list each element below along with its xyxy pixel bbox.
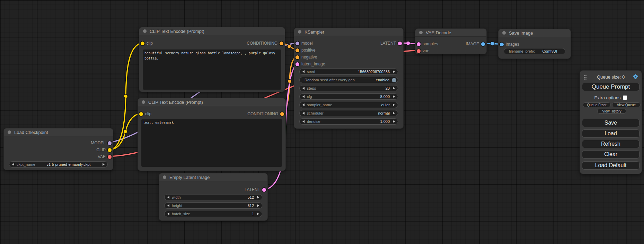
increment-arrow-icon[interactable] bbox=[393, 112, 395, 115]
gear-icon[interactable] bbox=[633, 74, 638, 81]
node-title-bar[interactable]: Load Checkpoint bbox=[4, 128, 113, 136]
queue-front-button[interactable]: Queue Front bbox=[583, 102, 611, 107]
slot-dot-vae[interactable] bbox=[417, 49, 421, 53]
prompt-textarea[interactable]: beautiful scenery nature glass bottle la… bbox=[143, 49, 281, 90]
collapse-dot-icon[interactable] bbox=[8, 130, 11, 134]
increment-arrow-icon[interactable] bbox=[393, 70, 395, 73]
widget-scheduler[interactable]: scheduler normal bbox=[299, 110, 398, 116]
decrement-arrow-icon[interactable] bbox=[167, 196, 169, 199]
collapse-dot-icon[interactable] bbox=[163, 175, 166, 179]
graph-canvas[interactable]: Load Checkpoint MODEL CLIP VAE ckpt_name… bbox=[0, 0, 644, 244]
slot-dot-model[interactable] bbox=[108, 141, 112, 145]
decrement-arrow-icon[interactable] bbox=[167, 204, 169, 207]
decrement-arrow-icon[interactable] bbox=[302, 120, 305, 123]
slot-dot-image[interactable] bbox=[481, 42, 485, 46]
widget-filename-prefix[interactable]: filename_prefix ComfyUI bbox=[504, 48, 565, 54]
increment-arrow-icon[interactable] bbox=[257, 204, 259, 207]
node-title-bar[interactable]: CLIP Text Encode (Prompt) bbox=[139, 27, 285, 35]
collapse-dot-icon[interactable] bbox=[142, 100, 145, 104]
node-title-bar[interactable]: Save Image bbox=[499, 29, 571, 37]
slot-dot-clip[interactable] bbox=[108, 148, 112, 152]
decrement-arrow-icon[interactable] bbox=[302, 95, 305, 98]
widget-width[interactable]: width 512 bbox=[164, 194, 262, 200]
collapse-dot-icon[interactable] bbox=[298, 30, 301, 34]
node-ksampler[interactable]: KSampler model positive negative latent_… bbox=[294, 28, 404, 129]
decrement-arrow-icon[interactable] bbox=[12, 163, 14, 166]
slot-input-latent-image[interactable]: latent_image bbox=[295, 61, 325, 67]
slot-output-latent[interactable]: LATENT bbox=[245, 186, 266, 193]
slot-dot-latent[interactable] bbox=[295, 62, 299, 66]
widget-sampler-name[interactable]: sampler_name euler bbox=[299, 102, 398, 108]
slot-input-vae[interactable]: vae bbox=[417, 47, 429, 54]
slot-output-image[interactable]: IMAGE bbox=[466, 40, 485, 47]
slot-dot-conditioning[interactable] bbox=[295, 55, 299, 59]
increment-arrow-icon[interactable] bbox=[393, 95, 395, 98]
slot-dot-conditioning[interactable] bbox=[280, 42, 283, 45]
slot-dot-image[interactable] bbox=[500, 43, 504, 46]
node-empty-latent-image[interactable]: Empty Latent Image LATENT width 512 heig… bbox=[159, 173, 268, 221]
slot-input-clip[interactable]: clip bbox=[139, 110, 151, 117]
clear-button[interactable]: Clear bbox=[582, 150, 639, 159]
load-button[interactable]: Load bbox=[582, 129, 639, 138]
node-title-bar[interactable]: CLIP Text Encode (Prompt) bbox=[138, 98, 285, 106]
widget-ckpt-name[interactable]: ckpt_name v1-5-pruned-emaonly.ckpt bbox=[9, 161, 108, 168]
increment-arrow-icon[interactable] bbox=[393, 120, 395, 123]
widget-seed[interactable]: seed 156680208700286 bbox=[299, 69, 398, 75]
slot-output-latent[interactable]: LATENT bbox=[380, 40, 402, 47]
decrement-arrow-icon[interactable] bbox=[167, 213, 169, 215]
collapse-dot-icon[interactable] bbox=[419, 31, 423, 34]
save-button[interactable]: Save bbox=[582, 119, 639, 127]
slot-input-samples[interactable]: samples bbox=[417, 40, 438, 47]
slot-input-negative[interactable]: negative bbox=[295, 54, 317, 61]
load-default-button[interactable]: Load Default bbox=[582, 161, 639, 170]
slot-dot-model[interactable] bbox=[295, 42, 299, 45]
slot-dot-latent[interactable] bbox=[262, 188, 266, 192]
node-title-bar[interactable]: VAE Decode bbox=[415, 29, 486, 37]
slot-input-positive[interactable]: positive bbox=[295, 47, 316, 54]
slot-dot-latent[interactable] bbox=[398, 42, 402, 45]
widget-random-seed-toggle[interactable]: Random seed after every gen enabled bbox=[299, 77, 398, 83]
slot-dot-clip[interactable] bbox=[141, 42, 144, 45]
slot-input-images[interactable]: images bbox=[500, 41, 519, 48]
view-history-button[interactable]: View History bbox=[597, 109, 626, 114]
prompt-textarea[interactable]: text, watermark bbox=[141, 119, 282, 167]
toggle-circle-icon[interactable] bbox=[392, 78, 396, 82]
queue-prompt-button[interactable]: Queue Prompt bbox=[582, 83, 639, 91]
slot-dot-clip[interactable] bbox=[139, 112, 143, 116]
slot-output-conditioning[interactable]: CONDITIONING bbox=[247, 40, 283, 47]
increment-arrow-icon[interactable] bbox=[393, 87, 395, 90]
increment-arrow-icon[interactable] bbox=[257, 213, 259, 215]
widget-height[interactable]: height 512 bbox=[164, 202, 262, 209]
node-title-bar[interactable]: Empty Latent Image bbox=[159, 173, 267, 181]
decrement-arrow-icon[interactable] bbox=[302, 70, 305, 73]
widget-batch-size[interactable]: batch_size 1 bbox=[164, 211, 262, 217]
node-load-checkpoint[interactable]: Load Checkpoint MODEL CLIP VAE ckpt_name… bbox=[3, 128, 113, 170]
decrement-arrow-icon[interactable] bbox=[302, 103, 305, 106]
slot-dot-vae[interactable] bbox=[108, 155, 112, 159]
slot-output-model[interactable]: MODEL bbox=[91, 139, 112, 146]
slot-dot-conditioning[interactable] bbox=[295, 48, 299, 52]
slot-output-vae[interactable]: VAE bbox=[98, 153, 112, 160]
slot-output-conditioning[interactable]: CONDITIONING bbox=[247, 110, 284, 117]
node-clip-text-encode-positive[interactable]: CLIP Text Encode (Prompt) clip CONDITION… bbox=[139, 27, 285, 92]
widget-denoise[interactable]: denoise 1.000 bbox=[299, 118, 398, 125]
slot-input-model[interactable]: model bbox=[295, 40, 313, 47]
collapse-dot-icon[interactable] bbox=[502, 31, 506, 35]
increment-arrow-icon[interactable] bbox=[257, 196, 259, 199]
collapse-dot-icon[interactable] bbox=[143, 29, 147, 33]
node-title-bar[interactable]: KSampler bbox=[294, 28, 403, 36]
view-queue-button[interactable]: View Queue bbox=[612, 102, 641, 107]
slot-input-clip[interactable]: clip bbox=[141, 40, 153, 47]
slot-output-clip[interactable]: CLIP bbox=[96, 146, 112, 153]
decrement-arrow-icon[interactable] bbox=[302, 87, 305, 90]
node-clip-text-encode-negative[interactable]: CLIP Text Encode (Prompt) clip CONDITION… bbox=[138, 98, 286, 171]
refresh-button[interactable]: Refresh bbox=[582, 140, 639, 148]
increment-arrow-icon[interactable] bbox=[393, 103, 395, 106]
decrement-arrow-icon[interactable] bbox=[302, 112, 305, 115]
widget-steps[interactable]: steps 20 bbox=[299, 85, 398, 91]
slot-dot-latent[interactable] bbox=[417, 42, 421, 46]
slot-dot-conditioning[interactable] bbox=[280, 112, 284, 116]
increment-arrow-icon[interactable] bbox=[103, 163, 105, 166]
widget-cfg[interactable]: cfg 8.000 bbox=[299, 93, 398, 100]
node-save-image[interactable]: Save Image images filename_prefix ComfyU… bbox=[498, 29, 571, 59]
